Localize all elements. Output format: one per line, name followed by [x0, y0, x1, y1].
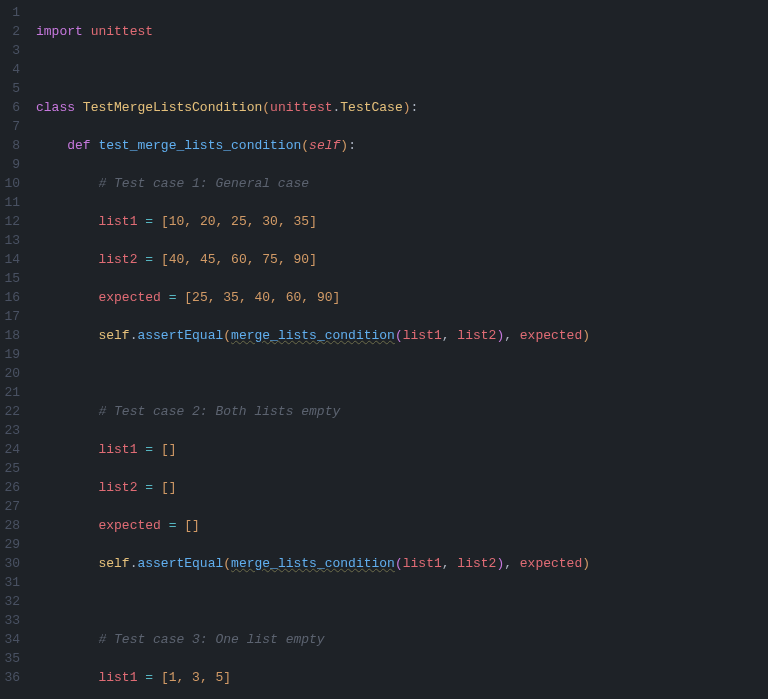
- token: ]: [192, 518, 200, 533]
- token: assertEqual: [137, 556, 223, 571]
- line-number: 18: [4, 326, 20, 345]
- token: assertEqual: [137, 328, 223, 343]
- line-number: 2: [4, 22, 20, 41]
- token: list1: [98, 670, 137, 685]
- token: (: [395, 328, 403, 343]
- token: unittest: [270, 100, 332, 115]
- token: =: [145, 214, 153, 229]
- line-number: 21: [4, 383, 20, 402]
- line-number: 5: [4, 79, 20, 98]
- token: ]: [223, 670, 231, 685]
- token: list2: [457, 328, 496, 343]
- token: list1: [98, 442, 137, 457]
- token: list1: [403, 556, 442, 571]
- line-number: 27: [4, 497, 20, 516]
- code-line[interactable]: list1 = [1, 3, 5]: [36, 668, 768, 687]
- token: 25, 35, 40, 60, 90: [192, 290, 332, 305]
- token: TestCase: [340, 100, 402, 115]
- token: ]: [333, 290, 341, 305]
- token: # Test case 3: One list empty: [98, 632, 324, 647]
- token: self: [98, 556, 129, 571]
- token: =: [145, 252, 153, 267]
- token: expected: [520, 556, 582, 571]
- token: list1: [98, 214, 137, 229]
- token: ): [582, 328, 590, 343]
- line-number: 29: [4, 535, 20, 554]
- token: # Test case 2: Both lists empty: [98, 404, 340, 419]
- token: expected: [98, 290, 160, 305]
- code-line[interactable]: list1 = [10, 20, 25, 30, 35]: [36, 212, 768, 231]
- line-number: 15: [4, 269, 20, 288]
- line-number: 12: [4, 212, 20, 231]
- token: def: [67, 138, 90, 153]
- code-line[interactable]: [36, 60, 768, 79]
- token: expected: [98, 518, 160, 533]
- code-line[interactable]: # Test case 3: One list empty: [36, 630, 768, 649]
- token: 1, 3, 5: [169, 670, 224, 685]
- code-line[interactable]: [36, 364, 768, 383]
- line-number-gutter: 1234567891011121314151617181920212223242…: [0, 0, 28, 699]
- line-number: 24: [4, 440, 20, 459]
- line-number: 7: [4, 117, 20, 136]
- token: ,: [504, 328, 520, 343]
- line-number: 22: [4, 402, 20, 421]
- code-line[interactable]: class TestMergeListsCondition(unittest.T…: [36, 98, 768, 117]
- token: test_merge_lists_condition: [98, 138, 301, 153]
- code-line[interactable]: self.assertEqual(merge_lists_condition(l…: [36, 326, 768, 345]
- line-number: 36: [4, 668, 20, 687]
- token: [: [161, 214, 169, 229]
- token: ,: [442, 556, 458, 571]
- token: (: [262, 100, 270, 115]
- line-number: 32: [4, 592, 20, 611]
- token: list2: [457, 556, 496, 571]
- code-line[interactable]: list1 = []: [36, 440, 768, 459]
- token: unittest: [91, 24, 153, 39]
- code-line[interactable]: [36, 592, 768, 611]
- line-number: 31: [4, 573, 20, 592]
- token: (: [223, 556, 231, 571]
- line-number: 10: [4, 174, 20, 193]
- token: =: [169, 518, 177, 533]
- token: ): [582, 556, 590, 571]
- token: (: [301, 138, 309, 153]
- code-editor[interactable]: 1234567891011121314151617181920212223242…: [0, 0, 768, 699]
- code-line[interactable]: # Test case 2: Both lists empty: [36, 402, 768, 421]
- token: self: [309, 138, 340, 153]
- token: ]: [309, 252, 317, 267]
- line-number: 26: [4, 478, 20, 497]
- code-line[interactable]: # Test case 1: General case: [36, 174, 768, 193]
- code-line[interactable]: import unittest: [36, 22, 768, 41]
- token: =: [145, 442, 153, 457]
- token: list2: [98, 480, 137, 495]
- code-line[interactable]: expected = []: [36, 516, 768, 535]
- line-number: 19: [4, 345, 20, 364]
- code-area[interactable]: import unittest class TestMergeListsCond…: [28, 0, 768, 699]
- token: ,: [504, 556, 520, 571]
- token: ): [403, 100, 411, 115]
- line-number: 3: [4, 41, 20, 60]
- code-line[interactable]: self.assertEqual(merge_lists_condition(l…: [36, 554, 768, 573]
- token: ,: [442, 328, 458, 343]
- line-number: 16: [4, 288, 20, 307]
- token: =: [145, 670, 153, 685]
- code-line[interactable]: list2 = []: [36, 478, 768, 497]
- token: (: [223, 328, 231, 343]
- token: self: [98, 328, 129, 343]
- token: expected: [520, 328, 582, 343]
- line-number: 28: [4, 516, 20, 535]
- line-number: 33: [4, 611, 20, 630]
- line-number: 35: [4, 649, 20, 668]
- token: =: [169, 290, 177, 305]
- line-number: 8: [4, 136, 20, 155]
- code-line[interactable]: def test_merge_lists_condition(self):: [36, 136, 768, 155]
- token: :: [411, 100, 419, 115]
- token: # Test case 1: General case: [98, 176, 309, 191]
- token: =: [145, 480, 153, 495]
- line-number: 17: [4, 307, 20, 326]
- line-number: 23: [4, 421, 20, 440]
- line-number: 30: [4, 554, 20, 573]
- line-number: 14: [4, 250, 20, 269]
- code-line[interactable]: list2 = [40, 45, 60, 75, 90]: [36, 250, 768, 269]
- code-line[interactable]: expected = [25, 35, 40, 60, 90]: [36, 288, 768, 307]
- line-number: 1: [4, 3, 20, 22]
